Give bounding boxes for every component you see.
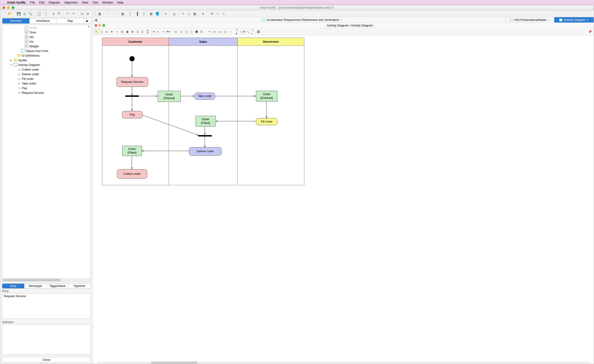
disclosure-icon[interactable]: ▼ (10, 64, 13, 66)
zoom-select-icon[interactable]: ▣ (97, 11, 102, 16)
lane-header-sales[interactable]: Sales (169, 38, 238, 46)
tree-item[interactable]: VTemp (2, 25, 90, 30)
node-order-entered[interactable]: Order [Entered] (256, 91, 277, 101)
editor-nav-back-icon[interactable]: ◀ (93, 17, 99, 23)
bring-front-icon[interactable]: ◧ (149, 11, 154, 16)
paste-icon[interactable]: 📑 (42, 11, 47, 16)
copy-icon[interactable]: 📋 (36, 11, 41, 16)
line-color-icon[interactable]: ✎ (163, 11, 168, 16)
tab-inheritance[interactable]: Inheritance (29, 18, 57, 23)
menu-view[interactable]: View (82, 1, 88, 4)
redo-icon[interactable]: ↷ (71, 11, 76, 16)
editor-tab-2[interactable]: Activity Diagram × (554, 17, 594, 23)
action-tool-icon[interactable]: ▭ (104, 29, 109, 34)
tree-item[interactable]: 📁SI Definitions (2, 53, 90, 58)
note-icon[interactable]: ▭ (223, 29, 227, 34)
initial-node[interactable] (129, 56, 135, 61)
save-icon[interactable]: 💾 (16, 11, 21, 16)
lane-header-customer[interactable]: Customer (102, 38, 169, 46)
new-file-icon[interactable]: 📄 (2, 11, 7, 16)
tree-item[interactable]: ▼Activity Diagram (2, 62, 90, 67)
menu-diagram[interactable]: Diagram (49, 1, 60, 4)
font-color-icon[interactable]: A (172, 11, 177, 16)
datastore-icon[interactable]: ◇ (189, 29, 194, 34)
tree-item[interactable]: ⬭Collect order (2, 67, 90, 72)
pin-palette-icon[interactable]: 📌 (588, 29, 592, 34)
print-icon[interactable]: 🖨 (22, 11, 27, 16)
central-buffer-icon[interactable]: ⬣ (194, 29, 199, 34)
expansion-icon[interactable]: ① (199, 29, 204, 34)
editor-tab-1[interactable]: HSUVOperationalStates × (506, 17, 554, 23)
canvas-hscroll[interactable] (97, 361, 589, 364)
align-right-icon[interactable]: ▕ (140, 11, 145, 16)
tree-item[interactable]: VWeight (2, 44, 90, 49)
node-collect-order[interactable]: Collect order (117, 169, 147, 179)
node-take-order[interactable]: Take order (195, 93, 215, 100)
diagram-canvas-wrap[interactable]: Customer Sales Stockroom (93, 35, 594, 361)
tree-hscroll[interactable] (2, 278, 90, 281)
tab-map[interactable]: Map (57, 18, 84, 23)
shape-fill-icon[interactable]: ● (201, 11, 206, 16)
close-tab-icon[interactable]: × (587, 18, 589, 22)
partition-tool-icon[interactable]: ▯ (99, 29, 104, 34)
node-order-filled-sales[interactable]: Order [Filled] (196, 116, 216, 127)
definition-field[interactable] (2, 324, 91, 354)
print-preview-icon[interactable]: 🔍 (28, 11, 33, 16)
tree-item[interactable]: Values And Units (2, 49, 90, 53)
flow-final-icon[interactable]: ⊚ (120, 29, 124, 34)
tab-entry[interactable]: Entry (2, 284, 24, 288)
undo-icon[interactable]: ↶ (65, 11, 70, 16)
object-node-icon[interactable]: ▢ (184, 29, 189, 34)
join-icon[interactable]: ⊣ (161, 29, 165, 34)
zoom-fit-icon[interactable]: ⛶ (91, 11, 96, 16)
import-icon[interactable]: ⇱ (56, 11, 62, 16)
tab-structure[interactable]: Structure (2, 18, 29, 23)
text-tool-icon[interactable]: T ▾ (236, 29, 240, 34)
pin-out-icon[interactable]: ⊐ (179, 29, 183, 34)
tree-item[interactable]: ⬭Pay (2, 86, 90, 90)
initial-node-icon[interactable]: ● (109, 29, 114, 34)
dots-icon[interactable]: ⋯ (228, 29, 232, 34)
decision-icon[interactable]: ✦▾ (166, 29, 170, 34)
select-tool-icon[interactable]: ↖ (94, 29, 99, 34)
open-file-icon[interactable]: 📂 (7, 11, 13, 16)
signal-send-icon[interactable]: ⊐ (135, 29, 140, 34)
node-order-filled-customer[interactable]: Order [Filled] (122, 146, 142, 156)
percent-icon[interactable]: % (209, 11, 214, 16)
zoom-in-icon[interactable]: ⊕ (85, 11, 90, 16)
entry-field[interactable]: Request Service (2, 293, 91, 319)
menu-help[interactable]: Help (117, 1, 123, 4)
menu-window[interactable]: Window (102, 1, 113, 4)
region2-icon[interactable]: ▭ (217, 29, 222, 34)
app-name[interactable]: Astah SysML (7, 1, 26, 4)
fork-icon[interactable]: ⊢ (155, 29, 160, 34)
close-tab-icon[interactable]: × (341, 18, 342, 22)
node-order-placed[interactable]: Order [Placed] (158, 91, 181, 102)
final-node-icon[interactable]: ○ (115, 29, 119, 34)
menu-file[interactable]: File (30, 1, 35, 4)
export-icon[interactable]: ⇲ (51, 11, 56, 16)
merge-icon[interactable]: ⊗ (130, 29, 135, 34)
fork-bar[interactable] (125, 95, 139, 97)
node-pay[interactable]: Pay (122, 111, 142, 118)
menu-tool[interactable]: Tool (93, 1, 98, 4)
diagram-canvas[interactable]: Customer Sales Stockroom (93, 35, 316, 191)
tab-hyperlink[interactable]: Hyperlink (68, 284, 90, 288)
lane-header-stockroom[interactable]: Stockroom (238, 38, 304, 46)
rect-tool-icon[interactable]: ▢▾ (241, 29, 245, 34)
tree-item[interactable]: ⬭Fill order (2, 76, 90, 81)
tab-taggedvalue[interactable]: TaggedValue (47, 284, 68, 288)
align-left-icon[interactable]: ▏ (128, 11, 134, 16)
pin-in-icon[interactable]: ⊏ (174, 29, 178, 34)
signal-recv-icon[interactable]: Σ (140, 29, 145, 34)
close-button[interactable]: Close (2, 357, 91, 362)
tree-item[interactable]: VTime (2, 30, 90, 35)
tree-layout-icon[interactable]: ┬ (186, 11, 191, 16)
node-request-service[interactable]: Request Service (116, 77, 148, 87)
nav-back-icon[interactable]: ← (106, 11, 111, 16)
image-tool-icon[interactable]: 🖼 (256, 29, 261, 34)
editor-tab-0[interactable]: Acceleration Requirement Refinement and … (99, 17, 506, 23)
node-deliver-order[interactable]: Deliver order (189, 147, 222, 156)
line-style-icon[interactable]: ＼ (215, 11, 220, 16)
control-flow-icon[interactable]: →▾ (150, 29, 155, 34)
